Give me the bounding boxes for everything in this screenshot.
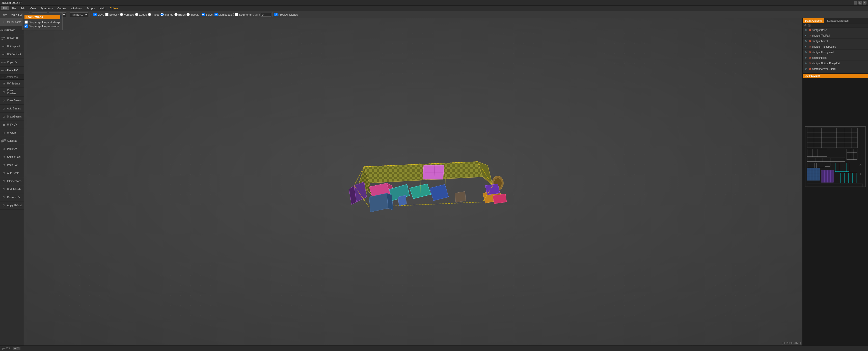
obj-row-shotgunFrontguard[interactable]: 👁 ✕ shotgunFrontguard xyxy=(803,50,868,55)
svg-rect-61 xyxy=(825,163,830,167)
obj-name-shotgunBase: shotgunBase xyxy=(812,29,827,32)
tool-option-row-1[interactable]: Stop edge loops at sharp xyxy=(25,21,60,24)
svg-marker-25 xyxy=(493,194,507,204)
maximize-button[interactable]: □ xyxy=(859,1,862,4)
sidebar-item-unhide-all[interactable]: UNH. ALL Unhide All xyxy=(0,34,24,42)
sidebar-label-unify-uv: Unify UV xyxy=(7,123,17,126)
sidebar-item-sharp-seams[interactable]: ⬡ SharpSeams xyxy=(0,113,24,121)
obj-name-shotgunFrontguard: shotgunFrontguard xyxy=(812,51,834,54)
obj-row-shotgunBottomPumpRail[interactable]: 👁 ✕ shotgunBottomPumpRail xyxy=(803,61,868,66)
stop-at-sharp-checkbox[interactable] xyxy=(25,21,28,24)
upd-islands-icon: ⬡ xyxy=(1,187,6,192)
window-controls[interactable]: – □ ✕ xyxy=(854,1,867,4)
obj-name-shotgunTriggerGuard: shotgunTriggerGuard xyxy=(812,45,836,48)
toolbar-bracket-open: ⟨ xyxy=(91,13,92,16)
obj-row-shotgunAmmoGuardClasp[interactable]: 👁 ✕ shotgunAmmoGuardClasp xyxy=(803,72,868,74)
minimize-button[interactable]: – xyxy=(854,1,858,4)
sidebar-label-mark-seams: Mark Seams xyxy=(7,21,21,24)
obj-eye-shotgunbolts[interactable]: 👁 xyxy=(804,57,808,59)
menu-help[interactable]: Help xyxy=(97,6,107,10)
toolbar-segments-check[interactable]: Segments xyxy=(235,13,252,16)
sidebar-item-hd-expand[interactable]: HD HD Expand xyxy=(0,42,24,51)
eye-header-icon: 👁 xyxy=(804,24,807,27)
obj-row-shotgunAmmoGuard[interactable]: 👁 ✕ shotgunAmmoGuard xyxy=(803,66,868,72)
toolbar-faces-check[interactable]: Faces xyxy=(148,13,159,16)
toolbar-manipulate-check[interactable]: Manipulate xyxy=(215,13,232,16)
obj-row-shotgunBase[interactable]: 👁 ✕ shotgunBase xyxy=(803,28,868,33)
sidebar-item-copy-uv[interactable]: COPY Copy UV xyxy=(0,59,24,67)
obj-row-shotgunTriggerGuard[interactable]: 👁 ✕ shotgunTriggerGuard xyxy=(803,44,868,50)
sidebar-item-unwrap[interactable]: ◻ Unwrap xyxy=(0,129,24,137)
shuffle-pack-icon: ⬡ xyxy=(1,155,6,159)
menu-file[interactable]: File xyxy=(9,6,18,10)
obj-eye-shotgunBottomPumpRail[interactable]: 👁 xyxy=(804,62,808,65)
uv-preview-content[interactable] xyxy=(803,78,868,346)
sidebar-label-unhide: Unhide xyxy=(7,29,15,32)
toolbar-select-check[interactable]: Select xyxy=(105,13,117,16)
toolbar-tweak-check[interactable]: Tweak xyxy=(186,13,198,16)
sidebar-item-auto-seams[interactable]: ⬡ Auto Seams xyxy=(0,105,24,113)
sidebar-label-unwrap: Unwrap xyxy=(7,131,16,134)
obj-row-shotgunbolts[interactable]: 👁 ✕ shotgunbolts xyxy=(803,55,868,61)
sidebar-item-auto-scale[interactable]: ⬡ Auto Scale xyxy=(0,169,24,177)
sidebar-item-packuv2[interactable]: ⬡ PackUV2 xyxy=(0,161,24,169)
close-button[interactable]: ✕ xyxy=(863,1,867,4)
pack-uv-icon: ⬡ xyxy=(1,147,6,151)
sidebar-item-hd-contract[interactable]: HD HD Contract xyxy=(0,51,24,59)
clear-clusters-icon: ⬡ xyxy=(1,90,6,94)
menu-symmetry[interactable]: Symmetry xyxy=(38,6,55,10)
toolbar-material-dropdown[interactable]: lambert1 xyxy=(70,12,88,17)
sidebar-item-clear-seams[interactable]: ⬡ Clear Seams xyxy=(0,97,24,105)
sidebar-item-intersections[interactable]: ⬡ Intersections xyxy=(0,177,24,185)
tab-surface-materials[interactable]: Surface Materials xyxy=(824,18,851,23)
obj-eye-shotgunFrontguard[interactable]: 👁 xyxy=(804,51,808,54)
unhide-icon: UNHIDE xyxy=(1,28,6,33)
sidebar-item-automap[interactable]: AUTO MAP AutoMap xyxy=(0,137,24,145)
obj-eye-shotgunTopRail[interactable]: 👁 xyxy=(804,34,808,37)
toolbar-preview-islands-check[interactable]: Preview Islands xyxy=(274,13,298,16)
toolbar-brush-check[interactable]: Brush xyxy=(174,13,186,16)
obj-x-shotgunBase: ✕ xyxy=(809,29,811,32)
menu-view[interactable]: View xyxy=(28,6,38,10)
right-panel: Paint Objects Surface Materials 👁 🎥 👁 ✕ … xyxy=(802,18,868,346)
toolbar-edges-check[interactable]: Edges xyxy=(135,13,147,16)
sidebar-item-restore-uv[interactable]: ⬡ Restore UV xyxy=(0,193,24,201)
sidebar-item-paste-uv[interactable]: PASTE Paste UV xyxy=(0,67,24,75)
obj-eye-shotgunBase[interactable]: 👁 xyxy=(804,29,808,32)
sidebar-item-uv-settings[interactable]: ⚙ UV Settings xyxy=(0,80,24,88)
menu-curves[interactable]: Curves xyxy=(55,6,68,10)
obj-x-shotgunBottomPumpRail: ✕ xyxy=(809,62,811,65)
menu-edit[interactable]: Edit xyxy=(19,6,27,10)
sidebar-item-unify-uv[interactable]: ▦ Unify UV xyxy=(0,121,24,129)
sidebar-item-clear-clusters[interactable]: ⬡ Clear Clusters xyxy=(0,88,24,97)
tool-option-row-2[interactable]: Stop edge loop at seams xyxy=(25,25,60,28)
toolbar-count-input[interactable] xyxy=(261,12,271,17)
obj-eye-shotgunTriggerGuard[interactable]: 👁 xyxy=(804,45,808,48)
sidebar-item-pack-uv[interactable]: ⬡ Pack UV xyxy=(0,145,24,153)
menu-windows[interactable]: Windows xyxy=(69,6,84,10)
toolbar-islands-check[interactable]: Islands xyxy=(160,13,173,16)
menu-colors[interactable]: Colors xyxy=(108,6,121,10)
toolbar-vertices-check[interactable]: Vertices xyxy=(120,13,134,16)
stop-at-seams-checkbox[interactable] xyxy=(25,25,28,28)
sidebar-label-clear-clusters: Clear Clusters xyxy=(7,89,22,95)
unify-uv-icon: ▦ xyxy=(1,123,6,127)
obj-eye-shotgunAmmoGuard[interactable]: 👁 xyxy=(804,68,808,70)
menu-scripts[interactable]: Scripts xyxy=(85,6,97,10)
model-container xyxy=(331,147,495,217)
sidebar-item-upd-islands[interactable]: ⬡ Upd. Islands xyxy=(0,185,24,193)
obj-eye-shotgunbarrel[interactable]: 👁 xyxy=(804,40,808,43)
apply-uvset-icon: ⬡ xyxy=(1,203,6,208)
sidebar-item-unhide[interactable]: UNHIDE Unhide xyxy=(0,26,24,34)
obj-row-shotgunbarrel[interactable]: 👁 ✕ shotgunbarrel xyxy=(803,39,868,44)
sidebar-item-apply-uvset[interactable]: ⬡ Apply UV-set xyxy=(0,201,24,210)
toolbar-select2-check[interactable]: Select xyxy=(202,13,214,16)
menu-uv[interactable]: UV xyxy=(1,6,9,10)
sidebar-label-sharp-seams: SharpSeams xyxy=(7,115,22,118)
sidebar-item-shuffle-pack[interactable]: ⬡ Shuffle/Pack xyxy=(0,153,24,161)
sidebar-item-mark-seams[interactable]: ✦ Mark Seams xyxy=(0,18,24,26)
toolbar-move-check[interactable]: Move xyxy=(93,13,104,16)
obj-row-shotgunTopRail[interactable]: 👁 ✕ shotgunTopRail xyxy=(803,33,868,39)
tab-paint-objects[interactable]: Paint Objects xyxy=(803,18,824,23)
viewport[interactable]: [PERSPECTIVE] xyxy=(24,18,802,346)
